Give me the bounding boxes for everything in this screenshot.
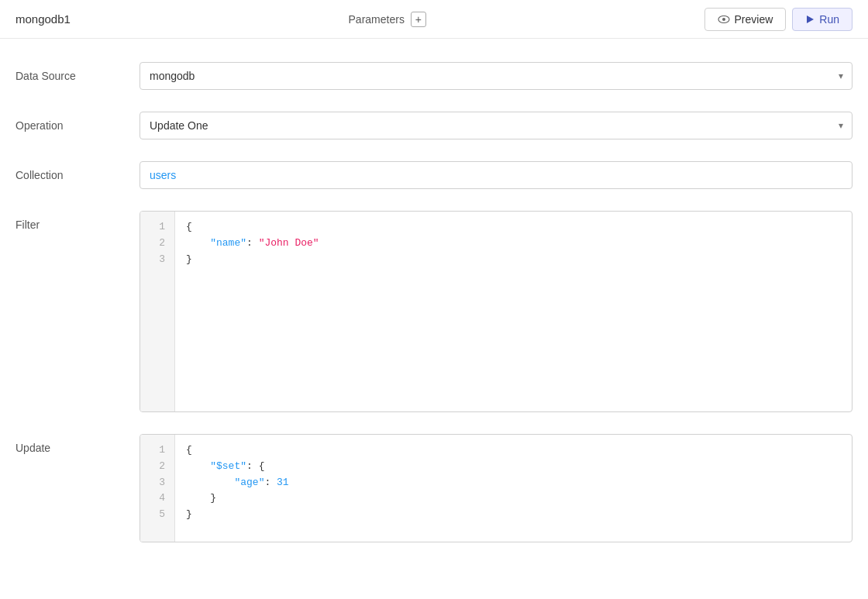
collection-row: Collection bbox=[16, 161, 852, 189]
operation-row: Operation Update One Find One Insert One… bbox=[16, 112, 852, 139]
code-operator: } bbox=[210, 492, 216, 504]
collection-label: Collection bbox=[16, 161, 140, 181]
code-brace: { bbox=[186, 221, 192, 232]
code-operator: : bbox=[246, 237, 259, 249]
line-number: 3 bbox=[150, 252, 165, 268]
update-row: Update 1 2 3 4 5 { "$set": { "age": 31 }… bbox=[16, 434, 852, 542]
play-icon bbox=[805, 15, 815, 24]
data-source-row: Data Source mongodb mysql postgresql ▾ bbox=[16, 62, 852, 90]
collection-input[interactable] bbox=[140, 161, 852, 189]
line-number: 1 bbox=[150, 219, 165, 236]
filter-row: Filter 1 2 3 { "name": "John Doe" } bbox=[16, 211, 852, 412]
run-label: Run bbox=[819, 13, 839, 26]
svg-marker-2 bbox=[807, 15, 814, 23]
action-buttons: Preview Run bbox=[704, 8, 852, 31]
add-parameter-button[interactable]: + bbox=[411, 12, 426, 27]
line-number: 2 bbox=[150, 459, 165, 475]
update-editor[interactable]: 1 2 3 4 5 { "$set": { "age": 31 } } bbox=[140, 434, 852, 542]
header: mongodb1 Parameters + Preview Run bbox=[0, 0, 868, 39]
line-number: 5 bbox=[150, 507, 165, 523]
data-source-label: Data Source bbox=[16, 62, 140, 82]
operation-field: Update One Find One Insert One Delete On… bbox=[140, 112, 852, 139]
code-operator: : bbox=[264, 477, 277, 488]
line-number: 1 bbox=[150, 442, 165, 459]
eye-icon bbox=[718, 15, 730, 23]
code-key: "age" bbox=[234, 477, 264, 488]
line-number: 4 bbox=[150, 491, 165, 507]
data-source-select[interactable]: mongodb mysql postgresql bbox=[140, 62, 852, 90]
code-key: "$set" bbox=[210, 460, 246, 472]
svg-point-1 bbox=[722, 18, 725, 21]
run-button[interactable]: Run bbox=[792, 8, 852, 31]
code-operator: : { bbox=[246, 460, 264, 472]
code-brace: } bbox=[186, 508, 192, 520]
preview-label: Preview bbox=[735, 13, 773, 26]
preview-button[interactable]: Preview bbox=[704, 8, 787, 31]
operation-select-wrapper: Update One Find One Insert One Delete On… bbox=[140, 112, 852, 139]
filter-code-content[interactable]: { "name": "John Doe" } bbox=[175, 212, 852, 411]
collection-field bbox=[140, 161, 852, 189]
filter-field: 1 2 3 { "name": "John Doe" } bbox=[140, 211, 852, 412]
data-source-field: mongodb mysql postgresql ▾ bbox=[140, 62, 852, 90]
operation-label: Operation bbox=[16, 112, 140, 132]
parameters-section: Parameters + bbox=[349, 12, 426, 27]
update-line-numbers: 1 2 3 4 5 bbox=[140, 435, 175, 542]
line-number: 2 bbox=[150, 236, 165, 252]
code-brace: } bbox=[186, 253, 192, 265]
filter-editor[interactable]: 1 2 3 { "name": "John Doe" } bbox=[140, 211, 852, 412]
update-code-content[interactable]: { "$set": { "age": 31 } } bbox=[175, 435, 852, 542]
parameters-label: Parameters bbox=[349, 13, 405, 26]
main-content: Data Source mongodb mysql postgresql ▾ O… bbox=[0, 39, 868, 587]
code-number: 31 bbox=[277, 477, 289, 488]
filter-line-numbers: 1 2 3 bbox=[140, 212, 175, 411]
query-title: mongodb1 bbox=[16, 12, 71, 26]
filter-label: Filter bbox=[16, 211, 140, 231]
operation-select[interactable]: Update One Find One Insert One Delete On… bbox=[140, 112, 852, 139]
data-source-select-wrapper: mongodb mysql postgresql ▾ bbox=[140, 62, 852, 90]
code-brace: { bbox=[186, 444, 192, 456]
update-field: 1 2 3 4 5 { "$set": { "age": 31 } } bbox=[140, 434, 852, 542]
code-string: "John Doe" bbox=[259, 237, 319, 249]
code-key: "name" bbox=[210, 237, 246, 249]
update-label: Update bbox=[16, 434, 140, 454]
line-number: 3 bbox=[150, 475, 165, 491]
